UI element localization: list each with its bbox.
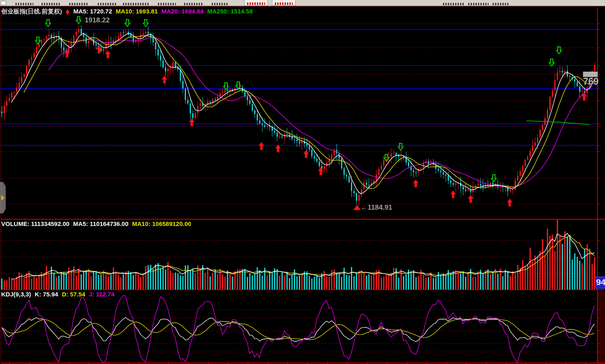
menu-item-cutoff[interactable] xyxy=(98,3,117,5)
app-icon xyxy=(1,1,6,5)
menu-item-cutoff[interactable] xyxy=(158,3,176,5)
volume-value: VOLUME: 111334592.00 xyxy=(1,220,70,227)
menu-item-cutoff[interactable] xyxy=(184,3,203,5)
instrument-title: 创业板指(日线.前复权) xyxy=(1,8,62,15)
menu-item-cutoff[interactable] xyxy=(212,3,229,5)
up-arrow-icon xyxy=(66,9,70,13)
high-price-annotation: 1918.22 xyxy=(85,16,110,24)
ma20-label: MA20: 1694.84 xyxy=(162,8,204,15)
volume-ma10-value: MA10: 106589120.00 xyxy=(132,220,191,227)
kdj-title: KDJ(9,3,3) xyxy=(1,291,31,298)
low-price-annotation: ←1184.91 xyxy=(361,204,392,212)
kdj-header: KDJ(9,3,3) K: 75.94 D: 57.54 J: 112.74 xyxy=(1,291,114,298)
volume-ma5-value: MA5: 110164736.00 xyxy=(73,220,129,227)
menu-item-cutoff[interactable] xyxy=(123,3,149,5)
menu-item-cutoff[interactable] xyxy=(15,3,33,5)
menu-item-cutoff[interactable] xyxy=(443,3,464,5)
trading-terminal-window: 创业板指(日线.前复权) MA5: 1720.72 MA10: 1693.81 … xyxy=(0,0,605,364)
menu-button-red-1[interactable] xyxy=(244,0,268,6)
volume-header: VOLUME: 111334592.00 MA5: 110164736.00 M… xyxy=(1,220,191,227)
kdj-d-value: D: 57.54 xyxy=(62,291,85,298)
kdj-j-value: J: 112.74 xyxy=(89,291,114,298)
expand-arrow-icon xyxy=(1,195,4,201)
last-price-value: 769 xyxy=(583,77,598,86)
menu-item-cutoff[interactable] xyxy=(42,3,60,5)
kdj-k-value: K: 75.94 xyxy=(35,291,58,298)
main-chart-header: 创业板指(日线.前复权) MA5: 1720.72 MA10: 1693.81 … xyxy=(1,8,253,15)
menu-button-red-2[interactable] xyxy=(272,0,296,6)
volume-right-axis-label: 94 xyxy=(596,276,605,289)
last-price-tag: 769 xyxy=(583,72,598,86)
menu-item-cutoff[interactable] xyxy=(493,3,510,5)
chart-canvas[interactable] xyxy=(0,0,605,364)
ma5-label: MA5: 1720.72 xyxy=(73,8,112,15)
ma10-label: MA10: 1693.81 xyxy=(116,8,158,15)
menu-bar xyxy=(0,0,605,6)
ma250-label: MA250: 1514.58 xyxy=(207,8,253,15)
sidebar-expand-handle[interactable] xyxy=(0,182,6,213)
menu-item-cutoff[interactable] xyxy=(69,3,88,5)
menu-item-cutoff[interactable] xyxy=(468,3,489,5)
